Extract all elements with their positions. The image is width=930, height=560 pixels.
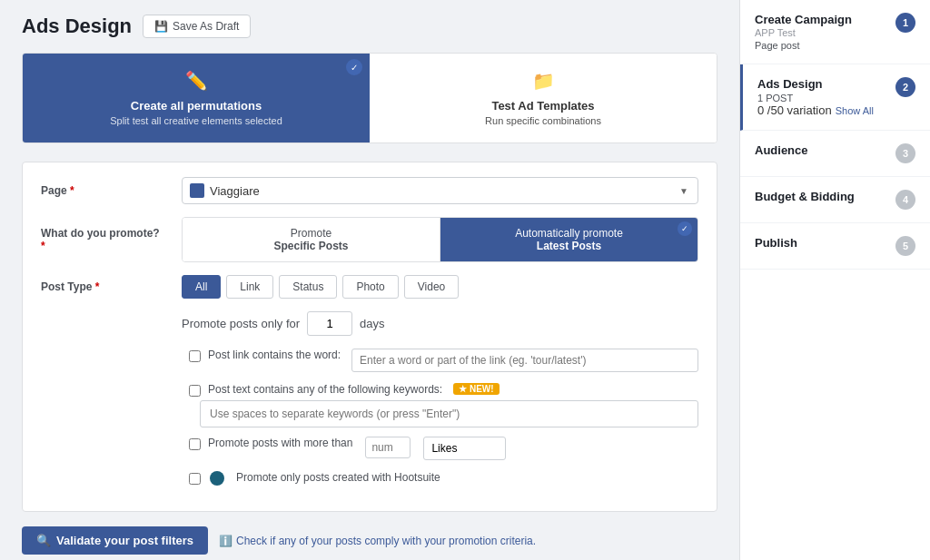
likes-select-wrapper: Likes Shares Comments	[423, 437, 506, 460]
post-link-label: Post link contains the word:	[208, 349, 341, 361]
promote-more-label: Promote posts with more than	[208, 437, 352, 449]
sidebar-item-audience[interactable]: Audience 3	[740, 131, 930, 177]
budget-badge: 4	[895, 190, 915, 210]
check-link-text: Check if any of your posts comply with y…	[236, 535, 536, 547]
show-all-link[interactable]: Show All	[836, 105, 874, 116]
promote-latest-check: ✓	[678, 221, 692, 236]
post-type-status[interactable]: Status	[279, 275, 337, 299]
new-badge: ★ NEW!	[453, 383, 499, 395]
promote-specific-bottom: Specific Posts	[195, 240, 427, 252]
budget-info: Budget & Bidding	[755, 190, 855, 203]
save-draft-label: Save As Draft	[173, 20, 239, 33]
folder-icon: 📁	[388, 70, 698, 92]
create-campaign-meta: Page post	[755, 40, 852, 51]
publish-title: Publish	[755, 236, 797, 250]
pencil-icon: ✏️	[41, 70, 351, 92]
sidebar: Create Campaign APP Test Page post 1 Ads…	[739, 0, 930, 560]
info-icon: ℹ️	[219, 535, 232, 547]
publish-badge: 5	[895, 236, 915, 256]
post-type-photo[interactable]: Photo	[342, 275, 398, 299]
validate-section: 🔍 Validate your post filters ℹ️ Check if…	[22, 526, 717, 555]
promote-specific-top: Promote	[195, 227, 427, 240]
validate-label: Validate your post filters	[56, 534, 193, 547]
promote-num-input[interactable]	[365, 437, 411, 458]
post-link-row: Post link contains the word:	[41, 349, 698, 372]
publish-info: Publish	[755, 236, 797, 250]
promote-toggle: Promote Specific Posts Automatically pro…	[182, 217, 698, 262]
permutations-check-badge: ✓	[346, 59, 362, 75]
save-icon: 💾	[154, 20, 168, 33]
hootsuite-label: Promote only posts created with Hootsuit…	[236, 471, 440, 484]
keywords-input[interactable]	[200, 400, 698, 427]
page-select-wrapper: Viaggiare ▼	[182, 177, 698, 204]
post-type-row: Post Type * All Link Status Photo Video	[41, 275, 698, 299]
post-text-row: Post text contains any of the following …	[41, 383, 698, 397]
sidebar-item-create-campaign[interactable]: Create Campaign APP Test Page post 1	[740, 0, 930, 64]
page-title: Ads Design	[22, 15, 132, 38]
template-toggle: ✏️ Create all permutations Split test al…	[22, 53, 717, 143]
post-text-section: Post text contains any of the following …	[41, 383, 698, 427]
post-link-checkbox[interactable]	[189, 350, 201, 362]
create-campaign-title: Create Campaign	[755, 13, 852, 26]
what-promote-row: What do you promote? * Promote Specific …	[41, 217, 698, 262]
ads-design-title: Ads Design	[757, 77, 874, 91]
page-header: Ads Design 💾 Save As Draft	[22, 15, 717, 38]
templates-subtitle: Run specific combinations	[388, 115, 698, 126]
post-type-buttons: All Link Status Photo Video	[182, 275, 459, 299]
sidebar-item-publish[interactable]: Publish 5	[740, 223, 930, 270]
sidebar-item-ads-design[interactable]: Ads Design 1 POST 0 /50 variation Show A…	[740, 64, 930, 131]
variation-text: 0 /50 variation	[757, 103, 832, 117]
what-promote-label: What do you promote? *	[41, 227, 182, 252]
promote-latest-bottom: Latest Posts	[453, 240, 685, 252]
create-campaign-badge: 1	[895, 13, 915, 33]
likes-select[interactable]: Likes Shares Comments	[423, 437, 506, 460]
test-templates-option[interactable]: 📁 Test Ad Templates Run specific combina…	[370, 54, 717, 142]
create-campaign-subtitle: APP Test	[755, 27, 852, 38]
promote-latest-top: Automatically promote	[453, 227, 685, 240]
page-value: Viaggiare	[210, 184, 260, 198]
budget-title: Budget & Bidding	[755, 190, 855, 203]
create-permutations-option[interactable]: ✏️ Create all permutations Split test al…	[23, 54, 370, 142]
post-type-video[interactable]: Video	[404, 275, 459, 299]
create-campaign-info: Create Campaign APP Test Page post	[755, 13, 852, 51]
ads-design-info: Ads Design 1 POST 0 /50 variation Show A…	[757, 77, 874, 117]
days-suffix: days	[360, 317, 384, 330]
ads-design-variation-row: 0 /50 variation Show All	[757, 103, 874, 117]
sidebar-item-budget[interactable]: Budget & Bidding 4	[740, 177, 930, 223]
templates-title: Test Ad Templates	[388, 99, 698, 113]
check-link[interactable]: ℹ️ Check if any of your posts comply wit…	[219, 535, 536, 547]
page-row: Page * Viaggiare ▼	[41, 177, 698, 204]
post-type-all[interactable]: All	[182, 275, 221, 299]
post-link-input[interactable]	[351, 349, 698, 372]
promote-specific-posts-option[interactable]: Promote Specific Posts	[183, 218, 440, 261]
page-select-arrow: ▼	[679, 186, 688, 196]
page-thumbnail	[190, 183, 204, 198]
promote-days-label: Promote posts only for	[182, 317, 300, 330]
promote-latest-posts-option[interactable]: Automatically promote Latest Posts ✓	[440, 218, 698, 261]
ads-design-post-count: 1 POST	[757, 93, 874, 103]
promote-days-input[interactable]	[307, 311, 352, 336]
permutations-subtitle: Split test all creative elements selecte…	[41, 115, 351, 126]
post-type-label: Post Type *	[41, 280, 182, 293]
hootsuite-checkbox[interactable]	[189, 473, 201, 485]
ads-design-badge: 2	[895, 77, 915, 97]
post-text-label: Post text contains any of the following …	[208, 383, 442, 396]
permutations-title: Create all permutations	[41, 99, 351, 113]
page-required: *	[70, 184, 74, 197]
promote-days-row: Promote posts only for days	[41, 311, 698, 336]
audience-info: Audience	[755, 143, 808, 157]
promote-required: *	[41, 240, 45, 252]
post-text-checkbox[interactable]	[189, 385, 201, 397]
validate-button[interactable]: 🔍 Validate your post filters	[22, 526, 208, 555]
promote-more-row: Promote posts with more than Likes Share…	[41, 437, 698, 460]
keywords-input-wrapper	[200, 400, 698, 427]
save-draft-button[interactable]: 💾 Save As Draft	[143, 15, 251, 38]
audience-title: Audience	[755, 143, 808, 157]
page-select-display[interactable]: Viaggiare ▼	[182, 177, 698, 204]
form-section: Page * Viaggiare ▼ What do you promote? …	[22, 162, 717, 512]
page-label: Page *	[41, 184, 182, 197]
promote-more-checkbox[interactable]	[189, 438, 201, 450]
hootsuite-icon	[210, 471, 224, 486]
post-type-link[interactable]: Link	[226, 275, 273, 299]
audience-badge: 3	[895, 143, 915, 163]
